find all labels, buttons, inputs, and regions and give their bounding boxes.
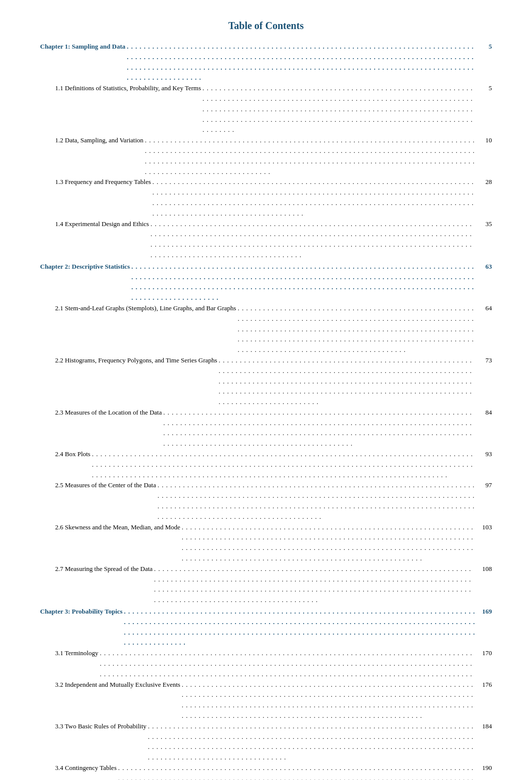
- chapter-1-section-3: 1.3 Frequency and Frequency Tables28: [40, 177, 492, 219]
- section-2-7-dots: [154, 564, 475, 606]
- section-3-1-dots: [100, 648, 475, 679]
- chapter-3-title: Chapter 3: Probability Topics: [40, 607, 123, 617]
- section-3-3-dots: [148, 721, 475, 763]
- section-1-1-page: 5: [477, 83, 492, 94]
- chapter-2-section-3: 2.3 Measures of the Location of the Data…: [40, 408, 492, 449]
- section-2-2-title: 2.2 Histograms, Frequency Polygons, and …: [55, 355, 217, 366]
- section-2-1-dots: [237, 303, 475, 355]
- chapter-3-section-3: 3.3 Two Basic Rules of Probability184: [40, 721, 492, 763]
- section-2-7-title: 2.7 Measuring the Spread of the Data: [55, 564, 153, 574]
- section-1-2-dots: [145, 135, 475, 177]
- chapter-2-section-2: 2.2 Histograms, Frequency Polygons, and …: [40, 355, 492, 408]
- section-2-4-dots: [92, 449, 475, 480]
- section-1-2-title: 1.2 Data, Sampling, and Variation: [55, 135, 143, 146]
- section-3-3-title: 3.3 Two Basic Rules of Probability: [55, 721, 146, 732]
- toc-entries: Chapter 1: Sampling and Data51.1 Definit…: [40, 42, 492, 780]
- section-1-3-page: 28: [477, 177, 492, 187]
- section-2-5-page: 97: [477, 480, 492, 491]
- chapter-1-dots: [127, 42, 475, 83]
- chapter-1: Chapter 1: Sampling and Data51.1 Definit…: [40, 42, 492, 261]
- chapter-1-line: Chapter 1: Sampling and Data5: [40, 42, 492, 83]
- chapter-3-page: 169: [477, 607, 492, 617]
- section-2-7-page: 108: [477, 564, 492, 574]
- chapter-3-line: Chapter 3: Probability Topics169: [40, 607, 492, 648]
- section-3-2-dots: [182, 680, 475, 721]
- section-3-4-dots: [118, 763, 475, 780]
- section-1-3-title: 1.3 Frequency and Frequency Tables: [55, 177, 151, 187]
- table-of-contents: Table of Contents Chapter 1: Sampling an…: [40, 20, 492, 780]
- section-2-2-dots: [219, 355, 475, 408]
- section-2-4-page: 93: [477, 449, 492, 460]
- chapter-2-section-1: 2.1 Stem-and-Leaf Graphs (Stemplots), Li…: [40, 303, 492, 355]
- chapter-1-section-1: 1.1 Definitions of Statistics, Probabili…: [40, 83, 492, 135]
- section-2-6-title: 2.6 Skewness and the Mean, Median, and M…: [55, 522, 180, 533]
- chapter-2-title: Chapter 2: Descriptive Statistics: [40, 262, 130, 272]
- section-2-2-page: 73: [477, 355, 492, 366]
- section-2-5-title: 2.5 Measures of the Center of the Data: [55, 480, 156, 491]
- section-2-5-dots: [157, 480, 475, 522]
- chapter-3-section-4: 3.4 Contingency Tables190: [40, 763, 492, 780]
- section-2-6-dots: [182, 522, 475, 564]
- section-3-1-title: 3.1 Terminology: [55, 648, 98, 659]
- section-1-3-dots: [152, 177, 475, 219]
- chapter-2: Chapter 2: Descriptive Statistics632.1 S…: [40, 262, 492, 606]
- section-2-6-page: 103: [477, 522, 492, 533]
- chapter-3-dots: [124, 607, 475, 648]
- section-3-2-page: 176: [477, 680, 492, 690]
- chapter-1-page: 5: [477, 42, 492, 52]
- section-1-2-page: 10: [477, 135, 492, 146]
- section-3-3-page: 184: [477, 721, 492, 732]
- chapter-2-section-7: 2.7 Measuring the Spread of the Data108: [40, 564, 492, 606]
- chapter-3-section-2: 3.2 Independent and Mutually Exclusive E…: [40, 680, 492, 721]
- section-1-4-title: 1.4 Experimental Design and Ethics: [55, 219, 149, 230]
- chapter-1-section-2: 1.2 Data, Sampling, and Variation10: [40, 135, 492, 177]
- section-1-4-page: 35: [477, 219, 492, 230]
- section-1-4-dots: [150, 219, 475, 261]
- chapter-2-section-5: 2.5 Measures of the Center of the Data97: [40, 480, 492, 522]
- section-1-1-title: 1.1 Definitions of Statistics, Probabili…: [55, 83, 201, 94]
- section-3-4-page: 190: [477, 763, 492, 773]
- chapter-2-section-4: 2.4 Box Plots93: [40, 449, 492, 480]
- section-2-4-title: 2.4 Box Plots: [55, 449, 90, 460]
- section-3-4-title: 3.4 Contingency Tables: [55, 763, 117, 773]
- section-3-2-title: 3.2 Independent and Mutually Exclusive E…: [55, 680, 180, 690]
- section-1-1-dots: [202, 83, 475, 135]
- section-2-3-title: 2.3 Measures of the Location of the Data: [55, 408, 162, 418]
- chapter-2-dots: [131, 262, 475, 303]
- page-title: Table of Contents: [40, 20, 492, 32]
- section-3-1-page: 170: [477, 648, 492, 659]
- chapter-2-page: 63: [477, 262, 492, 272]
- section-2-1-page: 64: [477, 303, 492, 314]
- chapter-2-section-6: 2.6 Skewness and the Mean, Median, and M…: [40, 522, 492, 564]
- chapter-1-section-4: 1.4 Experimental Design and Ethics35: [40, 219, 492, 261]
- chapter-1-title: Chapter 1: Sampling and Data: [40, 42, 125, 52]
- chapter-2-line: Chapter 2: Descriptive Statistics63: [40, 262, 492, 303]
- section-2-3-page: 84: [477, 408, 492, 418]
- chapter-3: Chapter 3: Probability Topics1693.1 Term…: [40, 607, 492, 780]
- section-2-3-dots: [163, 408, 475, 449]
- section-2-1-title: 2.1 Stem-and-Leaf Graphs (Stemplots), Li…: [55, 303, 236, 314]
- chapter-3-section-1: 3.1 Terminology170: [40, 648, 492, 679]
